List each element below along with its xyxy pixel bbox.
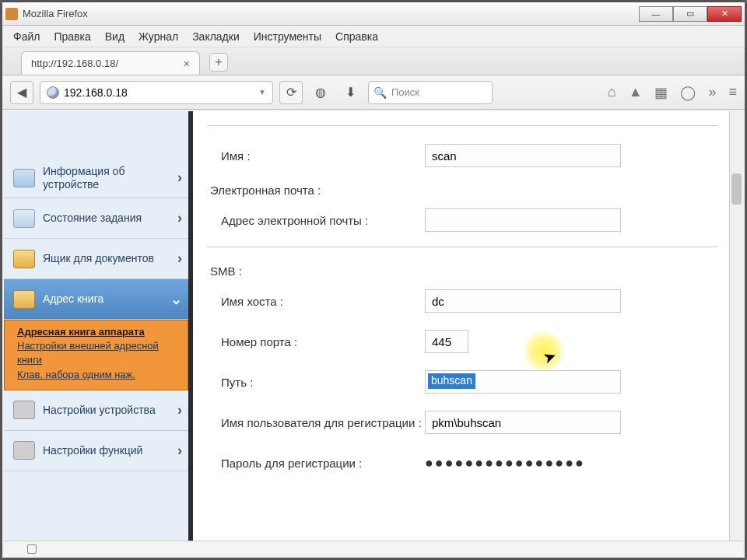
close-button[interactable]: ✕: [707, 6, 742, 22]
refresh-icon[interactable]: ◯: [680, 84, 696, 101]
menu-help[interactable]: Справка: [335, 30, 378, 43]
chevron-right-icon: ›: [177, 210, 182, 226]
devicesettings-icon: [13, 401, 35, 419]
sublink-external-addressbook[interactable]: Настройки внешней адресной книги: [17, 339, 180, 367]
chevron-right-icon: ›: [177, 443, 182, 459]
statusbar: [4, 541, 743, 556]
sidebar-item-label: Адрес книга: [43, 292, 163, 305]
globe-icon: [47, 86, 59, 99]
search-icon: 🔍: [374, 86, 387, 99]
vertical-scrollbar[interactable]: [729, 111, 743, 541]
menu-view[interactable]: Вид: [105, 30, 124, 43]
sidebar-item-funcsettings[interactable]: Настройки функций ›: [4, 431, 188, 471]
chevron-down-icon: ⌄: [170, 291, 182, 308]
label-path: Путь :: [207, 376, 425, 389]
browser-window: Mozilla Firefox — ▭ ✕ Файл Правка Вид Жу…: [2, 2, 745, 558]
sidebar: Информация об устройстве › Состояние зад…: [4, 111, 193, 541]
label-name: Имя :: [207, 149, 425, 163]
tab-active[interactable]: http://192.168.0.18/ ×: [21, 51, 200, 75]
menu-history[interactable]: Журнал: [139, 30, 178, 43]
minimize-button[interactable]: —: [639, 6, 673, 22]
chevron-right-icon: ›: [177, 170, 182, 186]
input-hostname[interactable]: [425, 289, 621, 313]
window-controls: — ▭ ✕: [639, 6, 742, 22]
addressbook-icon: [13, 290, 35, 309]
maximize-button[interactable]: ▭: [673, 6, 707, 22]
funcsettings-icon: [13, 441, 35, 460]
form-panel: Имя : Электронная почта : Адрес электрон…: [193, 111, 729, 541]
sidebar-item-label: Настройки функций: [43, 444, 170, 457]
tab-close-icon[interactable]: ×: [184, 58, 190, 70]
docbox-icon: [13, 250, 35, 268]
chevron-right-icon: ›: [177, 250, 182, 267]
url-bar[interactable]: ▼: [40, 81, 273, 104]
menu-tools[interactable]: Инструменты: [254, 30, 321, 43]
sidebar-item-deviceinfo[interactable]: Информация об устройстве ›: [4, 158, 188, 198]
home-icon[interactable]: ⌂: [608, 84, 616, 100]
label-port: Номер порта :: [207, 335, 425, 348]
sublink-machine-addressbook[interactable]: Адресная книга аппарата: [17, 325, 180, 339]
tiles-icon[interactable]: ▦: [654, 84, 668, 101]
notify-icon[interactable]: ▲: [629, 84, 643, 100]
back-button[interactable]: ◀: [10, 81, 33, 104]
label-login-pass: Пароль для регистрации :: [207, 457, 425, 470]
input-name[interactable]: [425, 144, 621, 167]
navbar: ◀ ▼ ⟳ ◍ ⬇ 🔍 Поиск ⌂ ▲ ▦ ◯ » ≡: [2, 75, 745, 110]
tab-label: http://192.168.0.18/: [31, 58, 118, 69]
menu-bookmarks[interactable]: Закладки: [192, 30, 240, 43]
menubar: Файл Правка Вид Журнал Закладки Инструме…: [2, 26, 745, 47]
menu-file[interactable]: Файл: [13, 30, 40, 43]
downloads-icon[interactable]: ⬇: [338, 81, 362, 104]
sidebar-item-label: Ящик для документов: [43, 252, 170, 264]
sidebar-item-label: Состояние задания: [43, 212, 170, 224]
new-tab-button[interactable]: +: [209, 53, 228, 72]
url-input[interactable]: [64, 86, 254, 99]
url-dropdown-icon[interactable]: ▼: [258, 88, 266, 96]
reload-button[interactable]: ⟳: [279, 81, 303, 104]
input-login-user[interactable]: [425, 411, 621, 434]
sidebar-sublist: Адресная книга аппарата Настройки внешне…: [4, 320, 188, 390]
label-hostname: Имя хоста :: [207, 295, 425, 308]
tabstrip: http://192.168.0.18/ × +: [2, 47, 745, 75]
sidebar-item-label: Информация об устройстве: [43, 165, 170, 190]
section-smb: SMB :: [207, 257, 718, 281]
sidebar-item-devicesettings[interactable]: Настройки устройства ›: [4, 390, 188, 431]
statusbar-indicator: [27, 544, 37, 554]
toolbar-icons: ⌂ ▲ ▦ ◯ » ≡: [608, 84, 737, 101]
hamburger-icon[interactable]: ≡: [728, 84, 737, 100]
titlebar: Mozilla Firefox — ▭ ✕: [2, 2, 745, 26]
page-content: Информация об устройстве › Состояние зад…: [4, 111, 743, 541]
label-email: Адрес электронной почты :: [207, 214, 425, 227]
sidebar-item-addressbook[interactable]: Адрес книга ⌄: [4, 279, 188, 320]
sidebar-item-docbox[interactable]: Ящик для документов ›: [4, 239, 188, 279]
deviceinfo-icon: [13, 169, 35, 187]
more-icon[interactable]: »: [708, 84, 716, 100]
firefox-icon: [5, 8, 18, 20]
label-login-user: Имя пользователя для регистрации :: [207, 416, 425, 429]
input-login-pass-display[interactable]: ●●●●●●●●●●●●●●●●: [425, 455, 585, 471]
scrollbar-thumb[interactable]: [731, 173, 742, 205]
search-box[interactable]: 🔍 Поиск: [368, 81, 493, 104]
search-placeholder: Поиск: [391, 86, 419, 98]
input-port[interactable]: [425, 330, 468, 353]
window-title: Mozilla Firefox: [23, 8, 639, 19]
sidebar-item-label: Настройки устройства: [43, 404, 170, 416]
sidebar-item-jobstatus[interactable]: Состояние задания ›: [4, 198, 188, 239]
path-selected-text: buhscan: [428, 373, 475, 389]
chevron-right-icon: ›: [177, 402, 182, 418]
input-email[interactable]: [425, 208, 621, 232]
menu-edit[interactable]: Правка: [54, 30, 90, 43]
jobstatus-icon: [13, 209, 35, 228]
readview-icon[interactable]: ◍: [309, 81, 332, 104]
section-email: Электронная почта :: [207, 176, 718, 200]
sublink-onetouch[interactable]: Клав. набора одним наж.: [17, 368, 180, 382]
